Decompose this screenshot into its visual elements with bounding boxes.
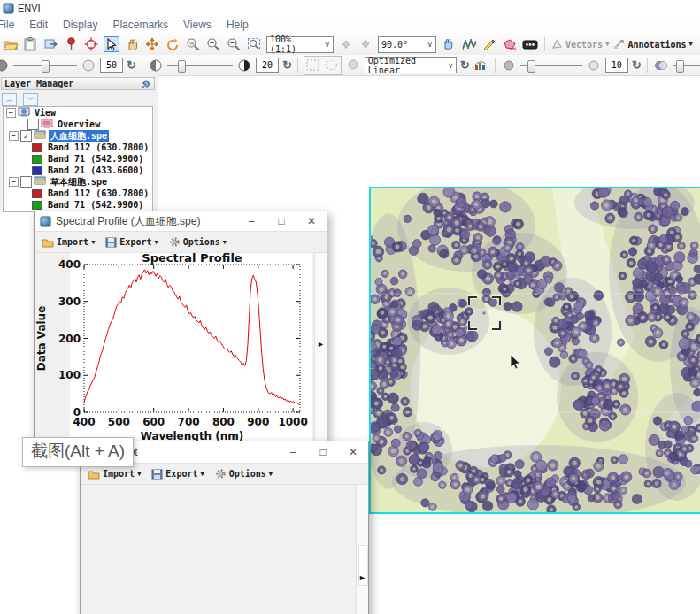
export-dropdown[interactable]: Export▼ [151,469,204,480]
color-slice-icon[interactable] [522,36,538,52]
sharpen-refresh-icon[interactable]: ↻ [632,58,642,72]
roi-tool-icon[interactable]: roi [502,36,518,52]
move-icon[interactable] [144,36,160,52]
svg-text:500: 500 [108,416,130,428]
tree-row[interactable]: Band 21 (433.6600) [4,165,152,176]
menu-item-display[interactable]: Display [63,19,97,31]
rotate-free-icon[interactable] [165,36,181,52]
tree-expander[interactable]: − [9,177,19,187]
tree-row[interactable]: Band 112 (630.7800) [4,142,152,153]
spectral-window-titlebar[interactable]: Spectral Profile (人血细胞.spe) – □ ✕ [35,211,327,232]
expand-right-icon[interactable]: ► [358,573,366,582]
image-display-view[interactable] [369,187,700,514]
tree-item-overview[interactable]: Overview [56,119,102,129]
brightness-slider[interactable] [13,59,77,72]
menu-item-edit[interactable]: Edit [29,19,48,31]
histogram-stretch-icon[interactable] [473,58,489,73]
stretch-type-combo[interactable]: Optimized Linear∨ [365,57,457,73]
spectral-profile-icon[interactable] [461,36,477,52]
plot-window-scroll-strip[interactable]: ► [356,485,368,614]
arrow-down-icon[interactable] [358,36,373,52]
marquee-rect-icon[interactable] [305,58,321,73]
zoom-out-icon[interactable] [226,36,242,52]
options-dropdown[interactable]: Options▼ [169,236,227,248]
tree-item-band[interactable]: Band 112 (630.7800) [46,188,150,198]
tree-row[interactable]: Band 71 (542.9900) [4,153,152,165]
tree-row[interactable]: −草本细胞.spe [4,176,152,188]
chip-export-icon[interactable] [42,36,58,52]
tree-item-band[interactable]: Band 71 (542.9900) [46,154,145,164]
stretch-apply-icon[interactable] [345,58,361,73]
vectors-dropdown[interactable]: Vectors▼ [551,39,609,50]
zoom-fit-icon[interactable] [246,36,262,52]
feature-draw-icon[interactable] [481,36,497,52]
contrast-slider[interactable] [167,59,233,72]
tree-item-band[interactable]: Band 21 (433.6600) [46,165,145,175]
svg-text:%: % [189,41,195,46]
app-titlebar[interactable]: ENVI [0,0,700,16]
cursor-value-icon[interactable] [441,36,457,52]
tree-row[interactable]: −View [4,107,152,119]
stretch-refresh-icon[interactable]: ↻ [460,58,470,72]
tree-item-layer-1[interactable]: 草本细胞.spe [49,176,109,188]
tree-expander[interactable]: − [9,131,19,141]
clipboard-icon[interactable] [22,36,38,52]
close-button[interactable]: ✕ [296,215,327,227]
tree-item-view[interactable]: View [33,108,58,118]
layer-checkbox[interactable] [20,176,32,188]
band-color-chip [32,189,42,198]
close-button[interactable]: ✕ [338,446,368,458]
import-dropdown[interactable]: Import▼ [42,237,95,248]
brightness-refresh-icon[interactable]: ↻ [127,58,136,72]
arrow-up-icon[interactable] [338,36,354,52]
layer-checkbox[interactable]: ✓ [20,130,32,142]
menu-item-views[interactable]: Views [183,19,212,31]
overview-checkbox[interactable] [27,119,39,130]
maximize-button[interactable]: □ [308,446,338,458]
minimize-button[interactable]: – [278,446,308,458]
tree-expander[interactable]: − [6,108,16,118]
sharpen-slider[interactable] [520,59,582,72]
tree-row[interactable]: −✓人血细胞.spe [4,130,152,142]
menu-item-file[interactable]: File [0,19,14,31]
svg-text:900: 900 [247,416,269,428]
menu-item-help[interactable]: Help [227,19,249,31]
tree-item-band[interactable]: Band 112 (630.7800) [46,142,150,152]
rotation-combo[interactable]: 90.0°∨ [378,36,436,53]
annotations-dropdown[interactable]: Annotations▼ [613,39,692,50]
zoom-window-icon[interactable]: % [185,36,201,52]
transparency-slider[interactable] [673,59,700,72]
layer-manager-header[interactable]: Layer Manager [1,77,155,90]
select-cursor-icon[interactable] [104,36,119,52]
tree-item-layer-0[interactable]: 人血细胞.spe [49,130,109,142]
contrast-value-input[interactable] [256,58,279,73]
svg-text:300: 300 [58,295,81,308]
dock-pin-icon[interactable] [141,79,151,89]
tree-row[interactable]: Band 71 (542.9900) [4,199,152,211]
export-dropdown[interactable]: Export▼ [105,237,158,248]
spectral-window-scroll-strip[interactable]: ► [314,253,327,453]
zoom-level-combo[interactable]: 100% (1:1)∨ [266,36,334,53]
menu-item-placemarks[interactable]: Placemarks [112,19,168,31]
pan-hand-icon[interactable] [124,36,140,52]
options-dropdown[interactable]: Options▼ [215,468,273,480]
expand-all-button[interactable]: ﹀ [23,93,38,106]
marquee-ellipse-icon[interactable] [324,58,340,73]
tree-row[interactable]: Overview [4,119,152,130]
sharpen-value-input[interactable] [605,58,628,73]
open-file-icon[interactable] [2,36,18,52]
crosshair-target-icon[interactable] [83,36,99,52]
expand-right-icon[interactable]: ► [317,340,325,349]
minimize-button[interactable]: – [236,215,266,227]
tree-item-band[interactable]: Band 71 (542.9900) [46,200,145,210]
tree-row[interactable]: Band 112 (630.7800) [4,188,152,199]
import-dropdown[interactable]: Import▼ [88,469,141,480]
spectral-window-body: Spectral Profile400500600700800900100001… [35,253,327,453]
placemark-pin-icon[interactable] [63,36,79,52]
save-icon [105,237,117,248]
contrast-refresh-icon[interactable]: ↻ [282,58,292,72]
collapse-all-button[interactable]: ︿ [2,93,17,106]
zoom-in-icon[interactable] [205,36,221,52]
maximize-button[interactable]: □ [266,215,296,227]
brightness-value-input[interactable] [100,58,123,73]
